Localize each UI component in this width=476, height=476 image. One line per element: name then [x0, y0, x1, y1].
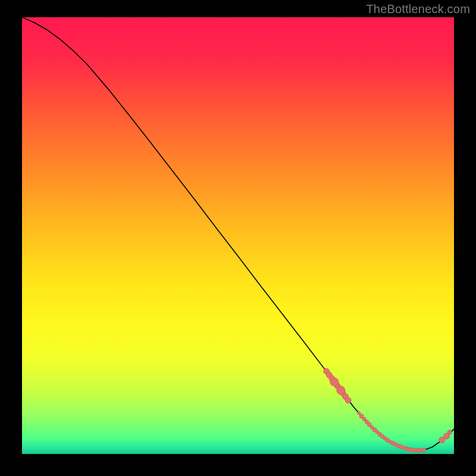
chart-svg: [22, 17, 454, 454]
plot-area: [22, 17, 454, 454]
gradient-bg: [22, 17, 454, 454]
data-marker: [330, 378, 339, 386]
data-marker: [358, 412, 361, 415]
data-marker: [422, 448, 426, 452]
data-marker: [439, 437, 445, 443]
data-marker: [345, 397, 351, 403]
attribution-text: TheBottleneck.com: [366, 2, 470, 16]
data-marker: [447, 430, 452, 434]
data-marker: [337, 386, 345, 394]
chart-container: TheBottleneck.com: [0, 0, 476, 476]
